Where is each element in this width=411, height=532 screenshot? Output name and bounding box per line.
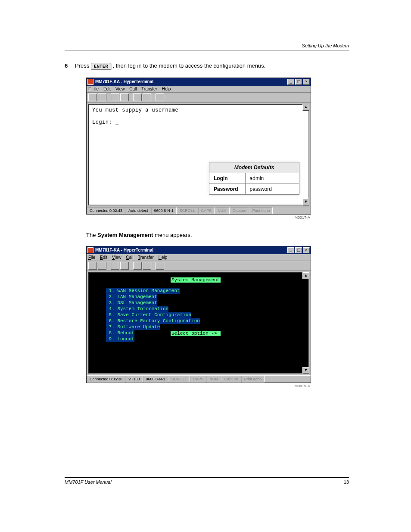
page-footer: MM701F User Manual 13 — [65, 477, 349, 485]
status-caps: CAPS — [198, 207, 215, 214]
toolbar-btn[interactable] — [111, 93, 119, 101]
menu-help[interactable]: Help — [162, 87, 171, 91]
statusbar: Connected 0:05:38 VT100 9600 8-N-1 SCROL… — [87, 375, 311, 383]
window-title: MM701F-KA - HyperTerminal — [95, 248, 287, 252]
sysmgmt-title: System Management — [171, 277, 221, 283]
defaults-login-value: admin — [245, 173, 299, 184]
close-button[interactable]: × — [303, 247, 310, 253]
menu-file[interactable]: File — [88, 255, 95, 260]
toolbar-btn[interactable] — [133, 93, 142, 101]
footer-page: 13 — [344, 479, 349, 485]
toolbar-btn[interactable] — [156, 93, 164, 101]
titlebar: MM701F-KA - HyperTerminal _ ▢ × — [87, 246, 311, 254]
statusbar: Connected 0:02:43 Auto detect 9600 8-N-1… — [87, 207, 311, 214]
menu-view[interactable]: View — [115, 87, 125, 91]
toolbar-btn[interactable] — [133, 262, 142, 270]
minimize-button[interactable]: _ — [287, 79, 294, 85]
maximize-button[interactable]: ▢ — [295, 247, 302, 253]
menu-view[interactable]: View — [112, 255, 121, 260]
status-num: NUM — [215, 207, 230, 214]
defaults-password-value: password — [245, 184, 299, 194]
menu-transfer[interactable]: Transfer — [138, 255, 154, 260]
figure-label-1: M0017-A — [86, 215, 310, 220]
status-scroll: SCROLL — [168, 376, 190, 383]
status-baud: 9600 8-N-1 — [151, 207, 177, 214]
defaults-header: Modem Defaults — [209, 162, 299, 173]
toolbar-btn[interactable] — [120, 262, 129, 270]
hyperterminal-window-1: MM701F-KA - HyperTerminal _ ▢ × File Edi… — [86, 78, 311, 215]
toolbar-btn[interactable] — [98, 93, 106, 101]
step6-post: , then log in to the modem to access the… — [112, 62, 265, 69]
hyperterminal-window-2: MM701F-KA - HyperTerminal _ ▢ × File Edi… — [86, 246, 311, 383]
enter-key: ENTER — [91, 63, 111, 70]
figure-label-2: M0019-A — [86, 383, 310, 388]
toolbar-btn[interactable] — [88, 93, 97, 101]
window-title: MM701F-KA - HyperTerminal — [95, 79, 287, 84]
status-caps: CAPS — [190, 376, 207, 383]
menubar[interactable]: File Edit View Call Transfer Help — [87, 86, 311, 93]
app-icon — [87, 247, 93, 253]
toolbar — [87, 261, 311, 271]
status-scroll: SCROLL — [177, 207, 198, 214]
menu-transfer[interactable]: Transfer — [141, 87, 157, 91]
menubar[interactable]: File Edit View Call Transfer Help — [87, 254, 311, 261]
select-option-prompt: Select option -> — [171, 331, 221, 336]
scroll-down-icon[interactable]: ▼ — [302, 367, 309, 374]
defaults-password-label: Password — [209, 184, 246, 194]
step-6: 6 Press ENTER , then log in to the modem… — [65, 62, 349, 70]
step-num: 6 — [65, 62, 75, 69]
menu-edit[interactable]: Edit — [100, 255, 107, 260]
sysmgmt-bold: System Management — [97, 232, 153, 238]
header-rule — [65, 50, 349, 50]
status-printecho: Print echo — [249, 207, 273, 214]
maximize-button[interactable]: ▢ — [295, 79, 302, 85]
status-printecho: Print echo — [241, 376, 265, 383]
app-icon — [87, 79, 93, 85]
toolbar-btn[interactable] — [143, 93, 151, 101]
menu-edit[interactable]: Edit — [103, 87, 111, 91]
toolbar-btn[interactable] — [143, 262, 151, 270]
minimize-button[interactable]: _ — [287, 247, 294, 253]
terminal-text: You must supply a username Login: _ — [89, 105, 308, 128]
status-baud: 9600 8-N-1 — [143, 376, 168, 383]
toolbar-btn[interactable] — [120, 93, 129, 101]
terminal-2[interactable]: System Management 1. WAN Session Managem… — [88, 272, 309, 374]
step6-pre: Press — [75, 62, 91, 69]
scroll-up-icon[interactable]: ▲ — [302, 272, 309, 279]
toolbar-btn[interactable] — [98, 262, 106, 270]
status-num: NUM — [206, 376, 221, 383]
status-capture: Capture — [230, 207, 249, 214]
sysmgmt-sentence: The System Management menu appears. — [86, 232, 349, 238]
status-capture: Capture — [221, 376, 241, 383]
toolbar — [87, 93, 311, 103]
status-mode: VT100 — [125, 376, 143, 383]
menu-call[interactable]: Call — [129, 87, 137, 91]
scroll-up-icon[interactable]: ▲ — [302, 104, 309, 111]
status-connected: Connected 0:05:38 — [87, 376, 125, 383]
step-text: Press ENTER , then log in to the modem t… — [75, 62, 349, 70]
running-head-right: Setting Up the Modem — [65, 43, 349, 48]
footer-title: MM701F User Manual — [65, 479, 112, 485]
toolbar-btn[interactable] — [156, 262, 164, 270]
titlebar: MM701F-KA - HyperTerminal _ ▢ × — [87, 78, 311, 86]
defaults-login-label: Login — [209, 173, 246, 184]
status-connected: Connected 0:02:43 — [87, 207, 125, 214]
toolbar-btn[interactable] — [111, 262, 119, 270]
toolbar-btn[interactable] — [88, 262, 97, 270]
menu-help[interactable]: Help — [159, 255, 168, 260]
menu-call[interactable]: Call — [126, 255, 133, 260]
modem-defaults-table: Modem Defaults Login admin Password pass… — [209, 162, 299, 195]
status-mode: Auto detect — [125, 207, 151, 214]
menu-file[interactable]: File — [88, 87, 99, 91]
close-button[interactable]: × — [303, 79, 310, 85]
scroll-down-icon[interactable]: ▼ — [302, 199, 309, 205]
